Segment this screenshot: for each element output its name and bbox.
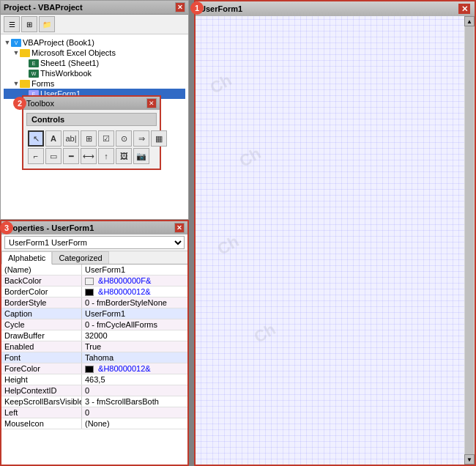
- checkbox-control[interactable]: ☑: [98, 130, 114, 147]
- userform-window: UserForm1 ✕ Ch Ch Ch Ch ▲ ▼: [194, 0, 476, 466]
- vba-icon: V: [11, 39, 21, 47]
- toolbox-content: Controls ↖ A ab| ⊞ ☑ ⊙ ⇒ ▦ ⌐ ▭ ━ ⟷ ↑ 🖼 📷: [23, 110, 160, 169]
- properties-panel: Properties - UserForm1 ✕ UserForm1 UserF…: [0, 220, 189, 466]
- toolbox-panel: Toolbox ✕ Controls ↖ A ab| ⊞ ☑ ⊙ ⇒ ▦ ⌐ ▭…: [22, 95, 161, 170]
- select-control[interactable]: ↖: [28, 130, 44, 147]
- forecolor-swatch: [85, 366, 94, 373]
- userform-titlebar: UserForm1 ✕: [196, 1, 475, 16]
- refedit-control[interactable]: 📷: [133, 148, 149, 164]
- badge-2: 2: [13, 97, 26, 110]
- scroll-down-button[interactable]: ▼: [464, 454, 475, 465]
- folder-icon: [20, 49, 30, 57]
- form-scrollbar[interactable]: ▲ ▼: [464, 16, 475, 465]
- project-close-button[interactable]: ✕: [175, 2, 185, 12]
- commandbutton-control[interactable]: ⟷: [81, 148, 97, 164]
- watermark-2: Ch: [236, 144, 264, 171]
- watermark-4: Ch: [250, 319, 278, 347]
- scrollbar-control[interactable]: ▭: [45, 148, 62, 164]
- tree-item-sheet1[interactable]: E Sheet1 (Sheet1): [4, 58, 185, 68]
- prop-row-keepscrollbarsvisible: KeepScrollBarsVisible 3 - fmScrollBarsBo…: [1, 396, 187, 407]
- backcolor-swatch: [85, 278, 94, 285]
- prop-row-caption: Caption UserForm1: [1, 308, 187, 319]
- prop-row-cycle: Cycle 0 - fmCycleAllForms: [1, 319, 187, 330]
- properties-tabs: Alphabetic Categorized: [1, 251, 187, 265]
- label-control[interactable]: A: [45, 130, 62, 147]
- prop-row-forecolor: ForeColor &H80000012&: [1, 363, 187, 374]
- multipage-control[interactable]: ↑: [98, 148, 114, 164]
- image-control[interactable]: 🖼: [116, 148, 132, 164]
- controls-grid: ↖ A ab| ⊞ ☑ ⊙ ⇒ ▦ ⌐ ▭ ━ ⟷ ↑ 🖼 📷: [26, 129, 157, 166]
- tree-item-thisworkbook[interactable]: W ThisWorkbook: [4, 68, 185, 78]
- object-selector[interactable]: UserForm1 UserForm: [4, 236, 185, 249]
- toolbox-close-button[interactable]: ✕: [146, 98, 157, 108]
- properties-selector: UserForm1 UserForm: [1, 234, 187, 251]
- prop-row-name: (Name) UserForm1: [1, 265, 187, 275]
- scroll-up-button[interactable]: ▲: [464, 16, 475, 26]
- prop-row-borderstyle: BorderStyle 0 - fmBorderStyleNone: [1, 297, 187, 308]
- controls-section-header[interactable]: Controls: [26, 113, 157, 126]
- watermark-1: Ch: [207, 70, 234, 97]
- prop-row-mouseicon: MouseIcon (None): [1, 418, 187, 429]
- bordercolor-swatch: [85, 289, 94, 296]
- prop-row-bordercolor: BorderColor &H80000012&: [1, 286, 187, 297]
- properties-table: (Name) UserForm1 BackColor &H8000000F& B…: [1, 265, 187, 465]
- properties-titlebar: Properties - UserForm1 ✕: [1, 221, 187, 234]
- togglebutton-control[interactable]: ⇒: [133, 130, 149, 147]
- prop-row-left: Left 0: [1, 407, 187, 418]
- properties-title: Properties - UserForm1: [4, 223, 94, 232]
- workbook-icon: W: [29, 70, 39, 78]
- tree-item-forms[interactable]: ▼ Forms: [4, 78, 185, 89]
- combobox-control[interactable]: ⌐: [28, 148, 44, 164]
- tab-categorized[interactable]: Categorized: [52, 251, 108, 264]
- tab-alphabetic[interactable]: Alphabetic: [1, 251, 52, 265]
- optionbutton-control[interactable]: ⊙: [116, 130, 132, 147]
- project-title: Project - VBAProject: [4, 3, 83, 12]
- prop-row-enabled: Enabled True: [1, 341, 187, 352]
- project-titlebar: Project - VBAProject ✕: [1, 1, 188, 15]
- userform-close-button[interactable]: ✕: [458, 4, 470, 14]
- toolbox-titlebar: Toolbox ✕: [23, 97, 160, 110]
- spinbutton-control[interactable]: ━: [63, 148, 79, 164]
- prop-row-height: Height 463,5: [1, 374, 187, 385]
- view-code-button[interactable]: ☰: [4, 16, 20, 32]
- prop-row-helpcontextid: HelpContextID 0: [1, 385, 187, 396]
- excel-icon: E: [29, 59, 39, 67]
- badge-1: 1: [190, 1, 204, 15]
- watermark-3: Ch: [214, 232, 242, 259]
- textbox-control[interactable]: ab|: [63, 130, 79, 147]
- prop-row-drawbuffer: DrawBuffer 32000: [1, 330, 187, 341]
- view-object-button[interactable]: ⊞: [21, 16, 37, 32]
- frame-control[interactable]: ⊞: [81, 130, 97, 147]
- scroll-track[interactable]: [465, 26, 474, 454]
- project-toolbar: ☰ ⊞ 📁: [1, 15, 188, 34]
- prop-row-backcolor: BackColor &H8000000F&: [1, 275, 187, 286]
- toolbox-title: Toolbox: [26, 99, 54, 108]
- prop-row-font: Font Tahoma: [1, 352, 187, 363]
- badge-3: 3: [0, 221, 13, 234]
- forms-folder-icon: [20, 80, 30, 88]
- listbox-control[interactable]: ▦: [151, 130, 167, 147]
- userform-title: UserForm1: [200, 4, 242, 13]
- tree-item-excel-objects[interactable]: ▼ Microsoft Excel Objects: [4, 48, 185, 58]
- tree-item-vbaproject[interactable]: ▼ V VBAProject (Book1): [4, 37, 185, 48]
- toggle-folders-button[interactable]: 📁: [39, 16, 55, 32]
- userform-content[interactable]: Ch Ch Ch Ch ▲ ▼: [196, 16, 475, 465]
- properties-close-button[interactable]: ✕: [174, 223, 185, 233]
